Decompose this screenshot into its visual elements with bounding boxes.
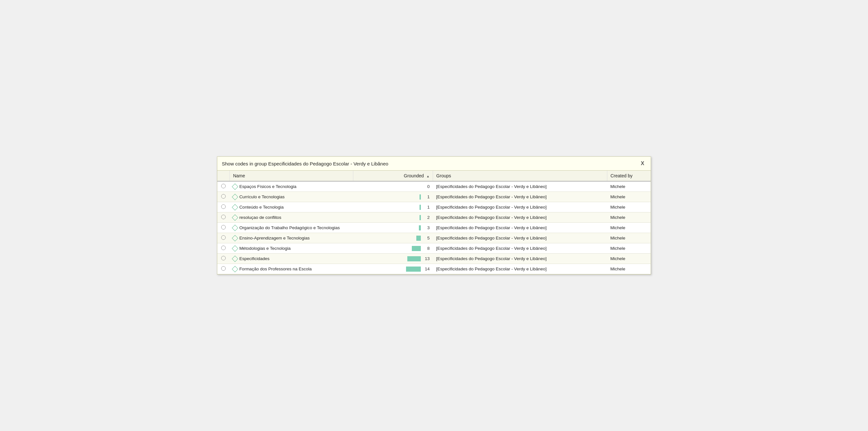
radio-button[interactable] [221, 266, 226, 271]
table-row[interactable]: Organização do Trabalho Pedagógico e Tec… [217, 223, 651, 233]
created-cell: Michele [607, 243, 651, 254]
groups-cell: [Especificidades do Pedagogo Escolar - V… [433, 181, 607, 192]
name-cell: Conteúdo e Tecnologia [229, 202, 353, 212]
grounded-bar [407, 256, 421, 261]
grounded-bar [420, 194, 421, 200]
radio-button[interactable] [221, 215, 226, 219]
radio-cell[interactable] [217, 192, 229, 202]
name-cell: Especificidades [229, 254, 353, 264]
grounded-bar [416, 236, 421, 241]
grounded-cell: 14 [353, 264, 433, 274]
grounded-count: 14 [424, 266, 430, 271]
table-wrapper: Name Grounded ▲ Groups Created by Espaço… [217, 171, 651, 274]
table-row[interactable]: Conteúdo e Tecnologia1[Especificidades d… [217, 202, 651, 212]
radio-button[interactable] [221, 204, 226, 209]
created-cell: Michele [607, 202, 651, 212]
code-name: Organização do Trabalho Pedagógico e Tec… [239, 225, 340, 230]
grounded-count: 1 [424, 194, 430, 199]
table-row[interactable]: Formação dos Professores na Escola14[Esp… [217, 264, 651, 274]
grounded-count: 5 [424, 236, 430, 240]
grounded-count: 13 [424, 256, 430, 261]
created-cell: Michele [607, 233, 651, 243]
col-header-groups[interactable]: Groups [433, 171, 607, 181]
code-name: Currículo e Tecnologias [239, 194, 284, 199]
groups-cell: [Especificidades do Pedagogo Escolar - V… [433, 192, 607, 202]
radio-cell[interactable] [217, 264, 229, 274]
radio-cell[interactable] [217, 254, 229, 264]
table-row[interactable]: Métodologias e Tecnologia8[Especificidad… [217, 243, 651, 254]
col-header-grounded[interactable]: Grounded ▲ [353, 171, 433, 181]
grounded-count: 1 [424, 205, 430, 209]
radio-cell[interactable] [217, 243, 229, 254]
groups-cell: [Especificidades do Pedagogo Escolar - V… [433, 212, 607, 223]
radio-button[interactable] [221, 256, 226, 260]
radio-button[interactable] [221, 194, 226, 199]
dialog-container: Show codes in group Especificidades do P… [217, 156, 651, 275]
col-header-name[interactable]: Name [229, 171, 353, 181]
code-name: Conteúdo e Tecnologia [239, 205, 283, 209]
radio-button[interactable] [221, 246, 226, 250]
radio-cell[interactable] [217, 202, 229, 212]
dialog-header: Show codes in group Especificidades do P… [217, 157, 651, 171]
grounded-count: 2 [424, 215, 430, 220]
grounded-bar [420, 205, 421, 210]
table-row[interactable]: Especificidades13[Especificidades do Ped… [217, 254, 651, 264]
name-cell: Currículo e Tecnologias [229, 192, 353, 202]
col-header-created[interactable]: Created by [607, 171, 651, 181]
grounded-cell: 3 [353, 223, 433, 233]
groups-cell: [Especificidades do Pedagogo Escolar - V… [433, 243, 607, 254]
grounded-count: 0 [424, 184, 430, 189]
code-name: Métodologias e Tecnologia [239, 246, 290, 251]
close-button[interactable]: X [639, 160, 646, 167]
grounded-cell: 1 [353, 192, 433, 202]
grounded-bar [419, 225, 421, 230]
groups-cell: [Especificidades do Pedagogo Escolar - V… [433, 254, 607, 264]
codes-table: Name Grounded ▲ Groups Created by Espaço… [217, 171, 651, 274]
col-header-radio [217, 171, 229, 181]
created-cell: Michele [607, 264, 651, 274]
created-cell: Michele [607, 212, 651, 223]
grounded-cell: 13 [353, 254, 433, 264]
groups-cell: [Especificidades do Pedagogo Escolar - V… [433, 202, 607, 212]
grounded-cell: 0 [353, 181, 433, 192]
grounded-cell: 2 [353, 212, 433, 223]
code-diamond-icon [232, 225, 238, 231]
groups-cell: [Especificidades do Pedagogo Escolar - V… [433, 264, 607, 274]
table-row[interactable]: Currículo e Tecnologias1[Especificidades… [217, 192, 651, 202]
code-name: Ensino-Aprendizagem e Tecnologias [239, 236, 310, 240]
group-name: Especificidades do Pedagogo Escolar - Ve… [268, 161, 389, 166]
name-cell: Formação dos Professores na Escola [229, 264, 353, 274]
name-cell: Métodologias e Tecnologia [229, 243, 353, 254]
name-cell: Ensino-Aprendizagem e Tecnologias [229, 233, 353, 243]
table-row[interactable]: Ensino-Aprendizagem e Tecnologias5[Espec… [217, 233, 651, 243]
radio-cell[interactable] [217, 223, 229, 233]
grounded-count: 3 [424, 225, 430, 230]
code-diamond-icon [232, 183, 238, 190]
radio-button[interactable] [221, 184, 226, 188]
groups-cell: [Especificidades do Pedagogo Escolar - V… [433, 223, 607, 233]
radio-cell[interactable] [217, 181, 229, 192]
code-diamond-icon [232, 194, 238, 200]
grounded-count: 8 [424, 246, 430, 251]
name-cell: resoluçao de conflitos [229, 212, 353, 223]
grounded-bar [412, 246, 421, 251]
radio-cell[interactable] [217, 233, 229, 243]
code-diamond-icon [232, 214, 238, 221]
radio-button[interactable] [221, 225, 226, 230]
grounded-cell: 5 [353, 233, 433, 243]
table-row[interactable]: Espaços Físicos e Tecnologia0[Especifici… [217, 181, 651, 192]
table-header-row: Name Grounded ▲ Groups Created by [217, 171, 651, 181]
table-body: Espaços Físicos e Tecnologia0[Especifici… [217, 181, 651, 274]
code-name: resoluçao de conflitos [239, 215, 281, 220]
created-cell: Michele [607, 223, 651, 233]
radio-cell[interactable] [217, 212, 229, 223]
code-diamond-icon [232, 235, 238, 241]
radio-button[interactable] [221, 235, 226, 240]
grounded-bar [420, 215, 421, 220]
grounded-bar [406, 266, 421, 272]
name-cell: Espaços Físicos e Tecnologia [229, 181, 353, 192]
table-row[interactable]: resoluçao de conflitos2[Especificidades … [217, 212, 651, 223]
groups-cell: [Especificidades do Pedagogo Escolar - V… [433, 233, 607, 243]
code-diamond-icon [232, 204, 238, 210]
created-cell: Michele [607, 192, 651, 202]
